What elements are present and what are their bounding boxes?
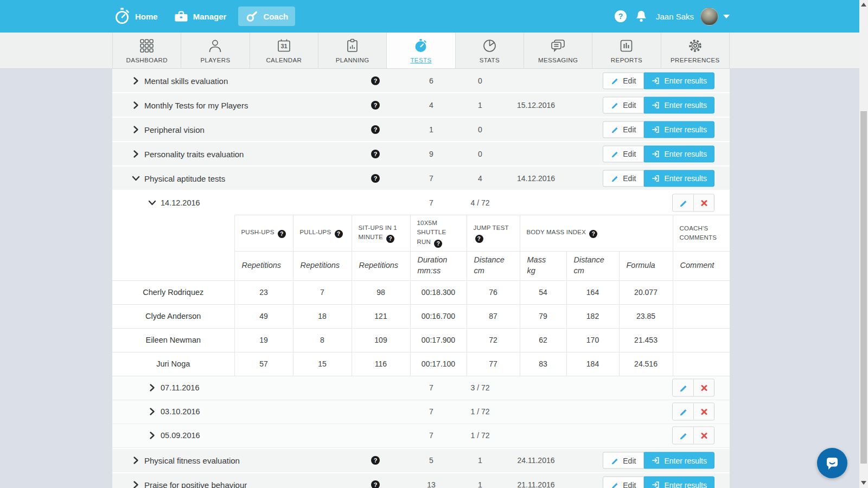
dashboard-grid-icon (139, 38, 154, 53)
user-avatar[interactable] (700, 8, 718, 25)
edit-session-button[interactable] (673, 380, 693, 396)
enter-results-button[interactable]: Enter results (644, 97, 714, 113)
result-cell: 182 (566, 304, 619, 328)
result-cell: 116 (352, 352, 410, 376)
session-filled-count: 3 / 72 (459, 383, 501, 392)
help-badge-icon[interactable]: ? (371, 125, 380, 134)
x-icon (701, 200, 707, 206)
result-cell: 19 (234, 328, 293, 352)
tab-calendar-label: CALENDAR (266, 57, 302, 63)
enter-results-button[interactable]: Enter results (644, 121, 714, 138)
chevron-right-icon[interactable] (149, 384, 155, 392)
tab-preferences[interactable]: PREFERENCES (661, 33, 730, 68)
chat-launcher-button[interactable] (817, 448, 847, 478)
tab-reports[interactable]: REPORTS (592, 33, 661, 68)
nav-manager[interactable]: Manager (174, 10, 227, 23)
chevron-right-icon[interactable] (133, 76, 139, 85)
edit-button[interactable]: Edit (603, 72, 644, 89)
delete-session-button[interactable] (693, 427, 714, 444)
chevron-down-icon[interactable] (149, 199, 155, 207)
chevron-right-icon[interactable] (133, 150, 139, 158)
chevron-right-icon[interactable] (133, 101, 139, 109)
help-badge-icon[interactable]: ? (278, 230, 286, 238)
edit-session-button[interactable] (673, 195, 693, 211)
session-row[interactable]: 07.11.2016 7 3 / 72 (112, 376, 730, 400)
help-badge-icon[interactable]: ? (371, 101, 380, 110)
edit-button[interactable]: Edit (603, 170, 644, 187)
chevron-right-icon[interactable] (133, 481, 139, 488)
help-badge-icon[interactable]: ? (371, 174, 380, 183)
gear-icon (688, 38, 703, 53)
edit-button[interactable]: Edit (603, 97, 644, 113)
chevron-right-icon[interactable] (133, 457, 139, 465)
app-logo-stopwatch-icon[interactable] (112, 7, 132, 26)
test-group-row[interactable]: Praise for positive behaviour ? 13 1 21.… (112, 473, 730, 488)
subcol-header: Distancecm (566, 251, 619, 280)
edit-session-button[interactable] (673, 403, 693, 420)
enter-results-button[interactable]: Enter results (644, 72, 714, 89)
result-cell: 170 (566, 328, 619, 352)
session-row[interactable]: 05.09.2016 7 1 / 72 (112, 424, 730, 448)
help-badge-icon[interactable]: ? (371, 480, 380, 488)
nav-coach[interactable]: Coach (238, 7, 295, 26)
help-badge-icon[interactable]: ? (371, 150, 380, 158)
help-badge-icon[interactable]: ? (386, 235, 394, 243)
enter-results-button[interactable]: Enter results (644, 170, 714, 187)
help-badge-icon[interactable]: ? (371, 456, 380, 465)
delete-session-button[interactable] (693, 195, 714, 211)
page-background: Mental skills evaluation ? 6 0 Edit Ente… (0, 69, 859, 488)
user-menu-caret-icon[interactable] (723, 15, 730, 18)
chevron-right-icon[interactable] (149, 432, 155, 440)
enter-results-button[interactable]: Enter results (644, 145, 714, 162)
session-row-expanded[interactable]: 14.12.2016 7 4 / 72 (112, 191, 730, 215)
help-badge-icon[interactable]: ? (434, 240, 442, 248)
test-group-row[interactable]: Monthly Tests for my Players ? 4 1 15.12… (112, 93, 730, 117)
tab-dashboard[interactable]: DASHBOARD (112, 33, 181, 68)
results-count: 0 (459, 76, 501, 85)
vertical-scrollbar[interactable] (859, 0, 868, 488)
help-badge-icon[interactable]: ? (589, 230, 597, 238)
help-badge-icon[interactable]: ? (475, 235, 483, 243)
col-header-shuttle-run: 10X5M SHUTTLE RUN ? (410, 215, 467, 252)
user-name[interactable]: Jaan Saks (656, 12, 694, 21)
tab-players[interactable]: PLAYERS (181, 33, 250, 68)
tab-calendar[interactable]: 31 CALENDAR (250, 33, 318, 68)
results-table: PUSH-UPS ? PULL-UPS ? SIT-UPS IN 1 MINUT… (112, 215, 730, 376)
notifications-bell-icon[interactable] (635, 10, 647, 23)
scrollbar-thumb[interactable] (860, 111, 867, 464)
edit-button[interactable]: Edit (603, 477, 644, 488)
tab-messaging[interactable]: MESSAGING (524, 33, 592, 68)
test-group-row-expanded[interactable]: Physical aptitude tests ? 7 4 14.12.2016… (112, 166, 730, 190)
help-icon[interactable]: ? (615, 10, 627, 22)
help-badge-icon[interactable]: ? (371, 76, 380, 85)
chevron-right-icon[interactable] (149, 408, 155, 416)
x-icon (701, 432, 707, 439)
subcol-header: Formula (619, 251, 673, 280)
chevron-right-icon[interactable] (133, 125, 139, 133)
sign-in-icon (652, 457, 660, 465)
tab-planning[interactable]: PLANNING (318, 33, 387, 68)
enter-results-button[interactable]: Enter results (644, 477, 714, 488)
tab-stats[interactable]: STATS (456, 33, 524, 68)
session-row[interactable]: 03.10.2016 7 1 / 72 (112, 400, 730, 424)
scroll-down-arrow-icon[interactable] (861, 481, 866, 485)
edit-button[interactable]: Edit (603, 145, 644, 162)
enter-results-button[interactable]: Enter results (644, 452, 714, 469)
chevron-down-icon[interactable] (133, 174, 139, 182)
sign-in-icon (652, 174, 660, 182)
edit-session-button[interactable] (673, 427, 693, 444)
x-icon (701, 384, 707, 391)
delete-session-button[interactable] (693, 380, 714, 396)
edit-button[interactable]: Edit (603, 452, 644, 469)
test-group-row[interactable]: Peripheral vision ? 1 0 Edit Enter resul… (112, 118, 730, 141)
test-group-row[interactable]: Personality traits evaluation ? 9 0 Edit… (112, 142, 730, 165)
edit-button[interactable]: Edit (603, 121, 644, 138)
test-group-row[interactable]: Physical fitness evaluation ? 5 1 24.11.… (112, 449, 730, 472)
nav-home[interactable]: Home (135, 12, 158, 21)
tab-messaging-label: MESSAGING (538, 57, 578, 63)
help-badge-icon[interactable]: ? (335, 230, 343, 238)
delete-session-button[interactable] (693, 403, 714, 420)
scroll-up-arrow-icon[interactable] (861, 3, 866, 7)
tab-tests[interactable]: TESTS (387, 33, 455, 68)
test-group-row[interactable]: Mental skills evaluation ? 6 0 Edit Ente… (112, 69, 730, 92)
